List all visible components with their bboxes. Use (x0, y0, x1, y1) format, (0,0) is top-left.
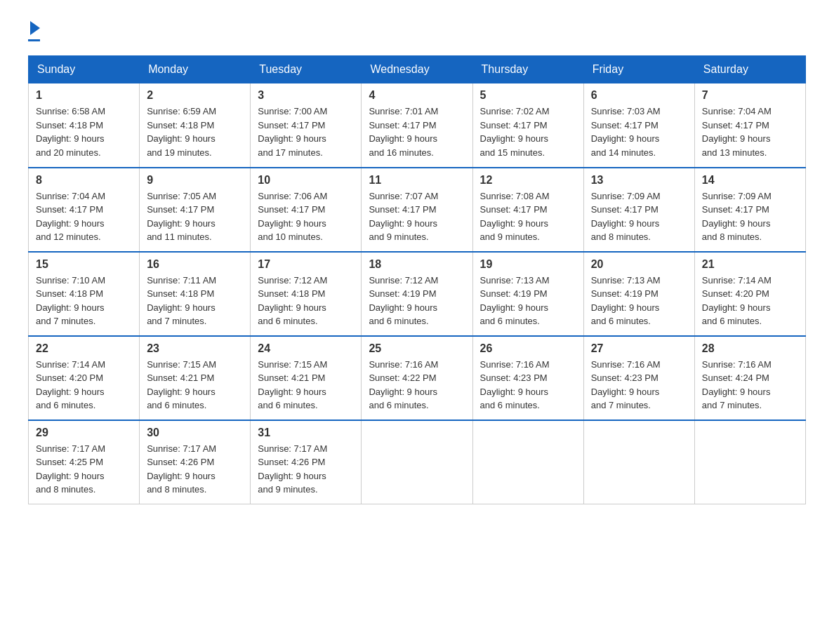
calendar-cell: 29 Sunrise: 7:17 AM Sunset: 4:25 PM Dayl… (29, 420, 140, 504)
calendar-cell (472, 420, 583, 504)
day-info: Sunrise: 7:02 AM Sunset: 4:17 PM Dayligh… (480, 105, 576, 159)
day-number: 20 (591, 258, 687, 271)
calendar-cell: 17 Sunrise: 7:12 AM Sunset: 4:18 PM Dayl… (251, 252, 362, 336)
calendar-week-row: 22 Sunrise: 7:14 AM Sunset: 4:20 PM Dayl… (29, 336, 806, 420)
day-number: 7 (702, 89, 798, 102)
calendar-cell: 7 Sunrise: 7:04 AM Sunset: 4:17 PM Dayli… (694, 83, 805, 168)
calendar-cell (362, 420, 472, 504)
day-info: Sunrise: 7:12 AM Sunset: 4:19 PM Dayligh… (369, 274, 465, 328)
day-number: 6 (591, 89, 687, 102)
calendar-cell: 19 Sunrise: 7:13 AM Sunset: 4:19 PM Dayl… (472, 252, 583, 336)
logo-blue-part (28, 21, 40, 38)
logo-underline (28, 39, 40, 41)
day-number: 11 (369, 174, 465, 187)
calendar-week-row: 15 Sunrise: 7:10 AM Sunset: 4:18 PM Dayl… (29, 252, 806, 336)
calendar-header-wednesday: Wednesday (362, 56, 472, 83)
day-info: Sunrise: 7:17 AM Sunset: 4:26 PM Dayligh… (258, 442, 354, 497)
day-info: Sunrise: 7:10 AM Sunset: 4:18 PM Dayligh… (36, 274, 132, 328)
day-info: Sunrise: 7:17 AM Sunset: 4:25 PM Dayligh… (36, 442, 132, 497)
day-info: Sunrise: 7:16 AM Sunset: 4:22 PM Dayligh… (369, 358, 465, 412)
day-info: Sunrise: 7:06 AM Sunset: 4:17 PM Dayligh… (258, 189, 354, 244)
calendar-cell: 22 Sunrise: 7:14 AM Sunset: 4:20 PM Dayl… (29, 336, 140, 420)
calendar-cell: 24 Sunrise: 7:15 AM Sunset: 4:21 PM Dayl… (251, 336, 362, 420)
day-info: Sunrise: 7:09 AM Sunset: 4:17 PM Dayligh… (702, 189, 798, 244)
day-number: 9 (147, 174, 243, 187)
calendar-cell: 27 Sunrise: 7:16 AM Sunset: 4:23 PM Dayl… (583, 336, 694, 420)
calendar-cell: 28 Sunrise: 7:16 AM Sunset: 4:24 PM Dayl… (694, 336, 805, 420)
calendar-cell: 2 Sunrise: 6:59 AM Sunset: 4:18 PM Dayli… (140, 83, 251, 168)
day-number: 26 (480, 342, 576, 355)
day-info: Sunrise: 7:16 AM Sunset: 4:23 PM Dayligh… (480, 358, 576, 412)
day-info: Sunrise: 7:13 AM Sunset: 4:19 PM Dayligh… (480, 274, 576, 328)
day-info: Sunrise: 7:05 AM Sunset: 4:17 PM Dayligh… (147, 189, 243, 244)
calendar-week-row: 1 Sunrise: 6:58 AM Sunset: 4:18 PM Dayli… (29, 83, 806, 168)
calendar-header-sunday: Sunday (29, 56, 140, 83)
day-number: 23 (147, 342, 243, 355)
calendar-cell: 5 Sunrise: 7:02 AM Sunset: 4:17 PM Dayli… (472, 83, 583, 168)
calendar-cell: 26 Sunrise: 7:16 AM Sunset: 4:23 PM Dayl… (472, 336, 583, 420)
calendar-cell: 15 Sunrise: 7:10 AM Sunset: 4:18 PM Dayl… (29, 252, 140, 336)
calendar-cell: 30 Sunrise: 7:17 AM Sunset: 4:26 PM Dayl… (140, 420, 251, 504)
calendar-cell: 6 Sunrise: 7:03 AM Sunset: 4:17 PM Dayli… (583, 83, 694, 168)
header (28, 21, 806, 41)
calendar-cell: 8 Sunrise: 7:04 AM Sunset: 4:17 PM Dayli… (29, 168, 140, 252)
calendar-cell: 11 Sunrise: 7:07 AM Sunset: 4:17 PM Dayl… (362, 168, 472, 252)
day-number: 12 (480, 174, 576, 187)
day-number: 30 (147, 427, 243, 439)
calendar-cell: 23 Sunrise: 7:15 AM Sunset: 4:21 PM Dayl… (140, 336, 251, 420)
day-info: Sunrise: 7:04 AM Sunset: 4:17 PM Dayligh… (36, 189, 132, 244)
day-info: Sunrise: 7:16 AM Sunset: 4:24 PM Dayligh… (702, 358, 798, 412)
day-info: Sunrise: 7:12 AM Sunset: 4:18 PM Dayligh… (258, 274, 354, 328)
day-number: 22 (36, 342, 132, 355)
day-number: 28 (702, 342, 798, 355)
day-info: Sunrise: 7:07 AM Sunset: 4:17 PM Dayligh… (369, 189, 465, 244)
calendar-cell: 1 Sunrise: 6:58 AM Sunset: 4:18 PM Dayli… (29, 83, 140, 168)
day-info: Sunrise: 7:14 AM Sunset: 4:20 PM Dayligh… (36, 358, 132, 412)
calendar-cell: 3 Sunrise: 7:00 AM Sunset: 4:17 PM Dayli… (251, 83, 362, 168)
day-number: 2 (147, 89, 243, 102)
day-info: Sunrise: 7:15 AM Sunset: 4:21 PM Dayligh… (258, 358, 354, 412)
day-number: 19 (480, 258, 576, 271)
calendar-cell: 20 Sunrise: 7:13 AM Sunset: 4:19 PM Dayl… (583, 252, 694, 336)
calendar-week-row: 8 Sunrise: 7:04 AM Sunset: 4:17 PM Dayli… (29, 168, 806, 252)
calendar-week-row: 29 Sunrise: 7:17 AM Sunset: 4:25 PM Dayl… (29, 420, 806, 504)
day-info: Sunrise: 7:17 AM Sunset: 4:26 PM Dayligh… (147, 442, 243, 497)
logo-triangle-icon (30, 21, 40, 35)
calendar-cell: 4 Sunrise: 7:01 AM Sunset: 4:17 PM Dayli… (362, 83, 472, 168)
day-number: 17 (258, 258, 354, 271)
calendar-cell: 21 Sunrise: 7:14 AM Sunset: 4:20 PM Dayl… (694, 252, 805, 336)
day-number: 14 (702, 174, 798, 187)
day-info: Sunrise: 7:01 AM Sunset: 4:17 PM Dayligh… (369, 105, 465, 159)
calendar-cell (694, 420, 805, 504)
day-info: Sunrise: 7:09 AM Sunset: 4:17 PM Dayligh… (591, 189, 687, 244)
day-number: 8 (36, 174, 132, 187)
day-number: 10 (258, 174, 354, 187)
day-number: 5 (480, 89, 576, 102)
calendar-header-thursday: Thursday (472, 56, 583, 83)
day-info: Sunrise: 7:14 AM Sunset: 4:20 PM Dayligh… (702, 274, 798, 328)
calendar-cell (583, 420, 694, 504)
day-info: Sunrise: 7:13 AM Sunset: 4:19 PM Dayligh… (591, 274, 687, 328)
day-number: 24 (258, 342, 354, 355)
day-number: 4 (369, 89, 465, 102)
calendar-header-tuesday: Tuesday (251, 56, 362, 83)
day-info: Sunrise: 7:04 AM Sunset: 4:17 PM Dayligh… (702, 105, 798, 159)
day-number: 15 (36, 258, 132, 271)
calendar-table: SundayMondayTuesdayWednesdayThursdayFrid… (28, 55, 806, 504)
day-info: Sunrise: 7:00 AM Sunset: 4:17 PM Dayligh… (258, 105, 354, 159)
day-info: Sunrise: 7:11 AM Sunset: 4:18 PM Dayligh… (147, 274, 243, 328)
day-number: 31 (258, 427, 354, 439)
day-number: 13 (591, 174, 687, 187)
calendar-header-row: SundayMondayTuesdayWednesdayThursdayFrid… (29, 56, 806, 83)
calendar-cell: 18 Sunrise: 7:12 AM Sunset: 4:19 PM Dayl… (362, 252, 472, 336)
day-info: Sunrise: 6:59 AM Sunset: 4:18 PM Dayligh… (147, 105, 243, 159)
calendar-cell: 25 Sunrise: 7:16 AM Sunset: 4:22 PM Dayl… (362, 336, 472, 420)
calendar-cell: 10 Sunrise: 7:06 AM Sunset: 4:17 PM Dayl… (251, 168, 362, 252)
day-number: 1 (36, 89, 132, 102)
calendar-cell: 13 Sunrise: 7:09 AM Sunset: 4:17 PM Dayl… (583, 168, 694, 252)
calendar-header-monday: Monday (140, 56, 251, 83)
calendar-cell: 12 Sunrise: 7:08 AM Sunset: 4:17 PM Dayl… (472, 168, 583, 252)
calendar-cell: 14 Sunrise: 7:09 AM Sunset: 4:17 PM Dayl… (694, 168, 805, 252)
calendar-cell: 31 Sunrise: 7:17 AM Sunset: 4:26 PM Dayl… (251, 420, 362, 504)
day-number: 29 (36, 427, 132, 439)
